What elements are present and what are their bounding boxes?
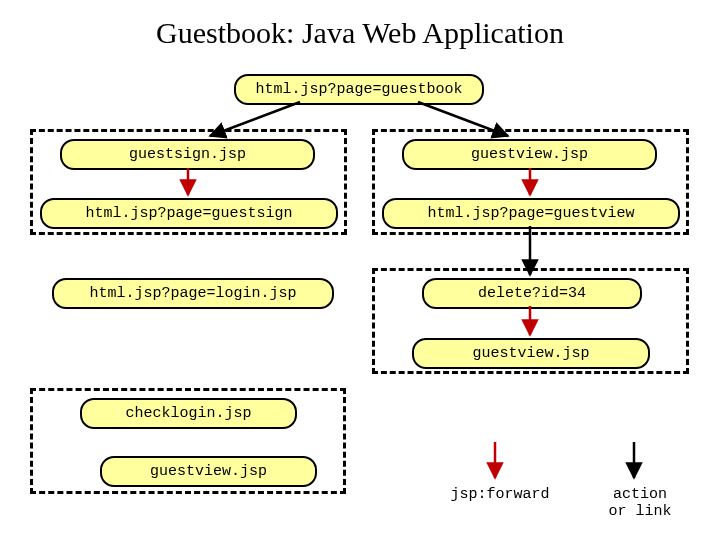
- legend-action-label: action or link: [590, 486, 690, 520]
- legend-forward-label: jsp:forward: [440, 486, 560, 503]
- node-guestview-after-delete: guestview.jsp: [412, 338, 650, 369]
- node-guestsign: guestsign.jsp: [60, 139, 315, 170]
- node-page-guestview: html.jsp?page=guestview: [382, 198, 680, 229]
- node-delete: delete?id=34: [422, 278, 642, 309]
- node-guestview-bottom: guestview.jsp: [100, 456, 317, 487]
- node-page-guestsign: html.jsp?page=guestsign: [40, 198, 338, 229]
- node-checklogin: checklogin.jsp: [80, 398, 297, 429]
- node-guestview-top: guestview.jsp: [402, 139, 657, 170]
- node-page-login: html.jsp?page=login.jsp: [52, 278, 334, 309]
- node-html-guestbook: html.jsp?page=guestbook: [234, 74, 484, 105]
- diagram-stage: Guestbook: Java Web Application html.jsp…: [0, 0, 720, 540]
- page-title: Guestbook: Java Web Application: [0, 16, 720, 50]
